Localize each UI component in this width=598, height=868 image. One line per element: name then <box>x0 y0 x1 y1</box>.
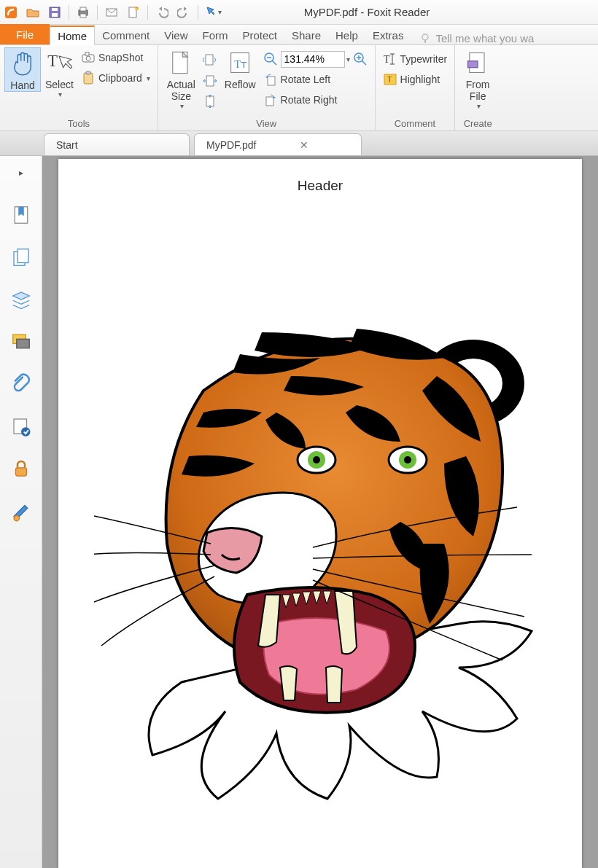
security-icon[interactable] <box>10 458 32 480</box>
snapshot-label: SnapShot <box>98 52 144 63</box>
svg-point-57 <box>404 456 411 464</box>
svg-point-47 <box>21 427 31 437</box>
clipboard-icon <box>81 71 96 85</box>
group-create: From File Create <box>455 45 500 131</box>
svg-rect-45 <box>16 339 29 348</box>
from-file-button[interactable]: From File <box>459 47 496 110</box>
group-view-label: View <box>163 117 370 130</box>
tab-home[interactable]: Home <box>50 26 95 45</box>
side-panel <box>0 156 42 868</box>
doc-tab-current[interactable]: MyPDF.pdf ✕ <box>194 133 362 155</box>
reflow-button[interactable]: Tᴛ Reflow <box>220 47 260 90</box>
group-comment: T Typewriter T Highlight Comment <box>376 45 456 131</box>
svg-rect-40 <box>468 61 478 68</box>
from-file-label: From File <box>466 79 490 102</box>
select-tool-button[interactable]: T Select <box>41 47 78 98</box>
group-tools-label: Tools <box>4 117 153 130</box>
save-icon[interactable] <box>44 2 65 23</box>
tab-extras[interactable]: Extras <box>365 25 411 44</box>
comments-icon[interactable] <box>10 331 32 353</box>
attachments-icon[interactable] <box>10 373 32 395</box>
tab-protect[interactable]: Protect <box>235 25 284 44</box>
bookmarks-icon[interactable] <box>10 204 32 226</box>
tab-form[interactable]: Form <box>195 25 235 44</box>
app-logo-icon[interactable] <box>1 2 21 23</box>
pages-icon[interactable] <box>10 246 32 268</box>
svg-rect-2 <box>52 13 58 17</box>
highlight-label: Highlight <box>400 74 440 85</box>
svg-rect-6 <box>80 14 86 17</box>
window-title: MyPDF.pdf - Foxit Reader <box>223 6 598 18</box>
snapshot-button[interactable]: SnapShot <box>78 47 153 68</box>
fit-page-icon <box>203 53 217 68</box>
reflow-label: Reflow <box>225 79 256 90</box>
ribbon: Hand T Select SnapShot Clipboard Tools <box>0 45 598 131</box>
zoom-in-icon[interactable] <box>353 52 368 66</box>
group-view: Actual Size Tᴛ Reflow ▾ <box>158 45 376 131</box>
quick-access-toolbar: * MyPDF.pdf - Foxit Reader <box>0 0 598 25</box>
tab-help[interactable]: Help <box>328 25 365 44</box>
close-tab-icon[interactable]: ✕ <box>300 139 308 151</box>
sign-doc-icon[interactable] <box>10 500 32 522</box>
svg-text:T: T <box>387 75 392 84</box>
new-doc-icon[interactable]: * <box>123 2 144 23</box>
rotate-left-label: Rotate Left <box>281 74 331 85</box>
typewriter-button[interactable]: T Typewriter <box>380 49 451 69</box>
tab-comment[interactable]: Comment <box>95 25 157 44</box>
svg-rect-3 <box>52 8 58 11</box>
zoom-input[interactable] <box>281 51 345 68</box>
undo-icon[interactable] <box>152 2 172 23</box>
svg-point-54 <box>313 456 320 464</box>
file-tab[interactable]: File <box>0 24 50 44</box>
zoom-dropdown-icon[interactable]: ▾ <box>346 55 350 63</box>
svg-rect-15 <box>85 52 89 55</box>
group-tools: Hand T Select SnapShot Clipboard Tools <box>0 45 158 131</box>
svg-text:T: T <box>384 54 390 65</box>
clipboard-button[interactable]: Clipboard <box>78 68 153 88</box>
tab-share[interactable]: Share <box>284 25 328 44</box>
svg-rect-11 <box>424 40 426 43</box>
actual-size-button[interactable]: Actual Size <box>163 47 200 110</box>
document-tab-bar: Start MyPDF.pdf ✕ <box>0 131 598 156</box>
rotate-right-icon <box>263 93 278 107</box>
layers-icon[interactable] <box>10 289 32 310</box>
svg-text:*: * <box>136 6 139 12</box>
doc-tab-start[interactable]: Start <box>44 133 190 155</box>
tab-view[interactable]: View <box>157 25 195 44</box>
redo-icon[interactable] <box>174 2 194 23</box>
svg-rect-32 <box>266 97 273 106</box>
hand-tool-button[interactable]: Hand <box>4 47 41 92</box>
svg-point-14 <box>86 56 90 60</box>
tell-me-search[interactable]: Tell me what you wa <box>419 32 534 44</box>
panel-expand-icon[interactable] <box>10 162 32 184</box>
actual-size-label: Actual Size <box>167 79 195 102</box>
fit-page-button[interactable] <box>200 50 220 71</box>
signatures-icon[interactable] <box>10 415 32 437</box>
rotate-left-button[interactable]: Rotate Left <box>260 69 370 90</box>
fit-visible-icon <box>203 94 217 109</box>
svg-point-49 <box>14 515 20 521</box>
page-icon <box>168 50 194 76</box>
open-icon[interactable] <box>23 2 43 23</box>
zoom-out-icon[interactable] <box>263 52 278 66</box>
page-canvas[interactable]: Header <box>42 156 598 868</box>
print-icon[interactable] <box>73 2 93 23</box>
mail-icon[interactable] <box>101 2 122 23</box>
fit-visible-button[interactable] <box>200 91 220 112</box>
highlight-button[interactable]: T Highlight <box>380 69 451 90</box>
svg-rect-48 <box>15 468 26 476</box>
svg-line-30 <box>362 60 366 65</box>
svg-rect-5 <box>80 7 86 11</box>
clipboard-label: Clipboard <box>98 72 142 84</box>
tiger-illustration <box>74 303 566 813</box>
fit-width-button[interactable] <box>200 71 220 91</box>
page-header-text: Header <box>74 178 566 194</box>
svg-rect-0 <box>5 7 17 18</box>
svg-rect-17 <box>86 71 90 74</box>
workspace: Header <box>0 156 598 868</box>
fit-width-icon <box>203 74 217 88</box>
rotate-right-button[interactable]: Rotate Right <box>260 90 370 110</box>
svg-rect-20 <box>206 76 214 86</box>
cursor-mode-icon[interactable] <box>202 2 222 23</box>
group-comment-label: Comment <box>380 117 451 130</box>
